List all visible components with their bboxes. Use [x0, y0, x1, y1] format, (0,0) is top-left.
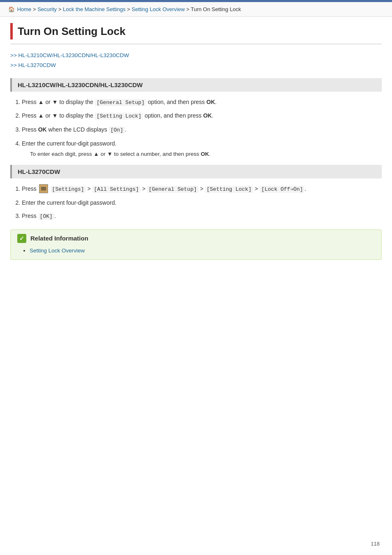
breadcrumb-sep1: >: [33, 6, 37, 12]
breadcrumb-security[interactable]: Security: [37, 6, 57, 12]
related-info-item: Setting Lock Overview: [30, 247, 375, 254]
step-1-2: Press ▲ or ▼ to display the [Setting Loc…: [22, 111, 382, 121]
related-info-link-1[interactable]: Setting Lock Overview: [30, 247, 85, 254]
step-2-3: Press [OK].: [22, 211, 382, 221]
breadcrumb-sep4: >: [186, 6, 191, 12]
step-1-1: Press ▲ or ▼ to display the [General Set…: [22, 97, 382, 107]
related-info-links: Setting Lock Overview: [17, 247, 375, 254]
step-2-2: Enter the current four-digit password.: [22, 198, 382, 207]
breadcrumb-sep3: >: [127, 6, 131, 12]
page-title: Turn On Setting Lock: [18, 25, 125, 38]
breadcrumb-setting-lock-overview[interactable]: Setting Lock Overview: [131, 6, 184, 12]
title-accent: [10, 23, 13, 39]
checkmark-icon: ✓: [17, 234, 26, 243]
page-number: 118: [371, 541, 380, 547]
section1-steps: Press ▲ or ▼ to display the [General Set…: [10, 97, 382, 159]
model-links: >> HL-L3210CW/HL-L3230CDN/HL-L3230CDW >>…: [10, 51, 382, 71]
step-1-4-subnote: To enter each digit, press ▲ or ▼ to sel…: [30, 150, 382, 159]
breadcrumb-lock-machine[interactable]: Lock the Machine Settings: [63, 6, 125, 12]
home-icon: 🏠: [8, 6, 15, 12]
section2-steps: Press [Settings] > [All Settings] > [Gen…: [10, 184, 382, 221]
model-link-2[interactable]: >> HL-L3270CDW: [10, 60, 382, 70]
breadcrumb-home[interactable]: Home: [17, 6, 32, 12]
section1-header: HL-L3210CW/HL-L3230CDN/HL-L3230CDW: [10, 78, 382, 92]
breadcrumb-sep2: >: [58, 6, 63, 12]
step-1-4: Enter the current four-digit password. T…: [22, 139, 382, 159]
step-2-1: Press [Settings] > [All Settings] > [Gen…: [22, 184, 382, 194]
breadcrumb: 🏠 Home > Security > Lock the Machine Set…: [0, 2, 392, 17]
model-link-1[interactable]: >> HL-L3210CW/HL-L3230CDN/HL-L3230CDW: [10, 51, 382, 60]
breadcrumb-current: Turn On Setting Lock: [191, 6, 241, 12]
page-title-section: Turn On Setting Lock: [10, 23, 382, 44]
related-info-title: Related Information: [30, 235, 88, 242]
section2-header: HL-L3270CDW: [10, 165, 382, 178]
related-info-section: ✓ Related Information Setting Lock Overv…: [10, 229, 382, 260]
settings-button-icon: [39, 184, 48, 193]
main-content: Turn On Setting Lock >> HL-L3210CW/HL-L3…: [0, 17, 392, 276]
step-1-3: Press OK when the LCD displays [On].: [22, 125, 382, 135]
related-info-header: ✓ Related Information: [17, 234, 375, 243]
